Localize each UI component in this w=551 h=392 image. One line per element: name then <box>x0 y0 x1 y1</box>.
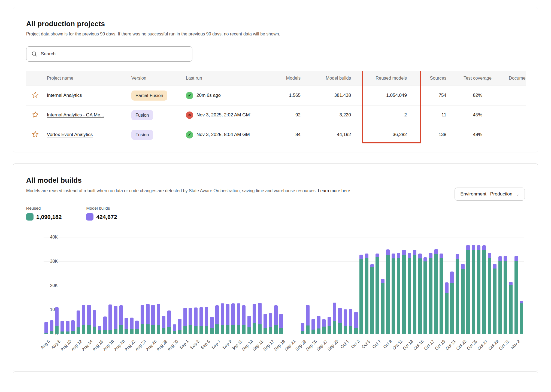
bar-oct-6[interactable] <box>369 237 375 334</box>
bar-oct-14[interactable] <box>412 237 417 334</box>
bar-sep-22[interactable] <box>295 237 300 334</box>
bar-aug-25[interactable] <box>145 237 150 334</box>
favorite-star-icon[interactable] <box>32 111 39 118</box>
bar-sep-30[interactable] <box>337 237 343 334</box>
bar-aug-18[interactable] <box>108 237 113 334</box>
bar-oct-29[interactable] <box>492 237 498 334</box>
bar-oct-7[interactable] <box>375 237 380 334</box>
bar-oct-16[interactable] <box>423 237 428 334</box>
bar-sep-5[interactable] <box>204 237 209 334</box>
bar-oct-3[interactable] <box>353 237 359 334</box>
bar-oct-5[interactable] <box>364 237 370 334</box>
bar-oct-23[interactable] <box>460 237 465 334</box>
bar-sep-19[interactable] <box>278 237 284 334</box>
bar-aug-24[interactable] <box>140 237 145 334</box>
bar-oct-25[interactable] <box>471 237 476 334</box>
bar-aug-22[interactable] <box>129 237 135 334</box>
bar-aug-10[interactable] <box>65 237 70 334</box>
bar-sep-6[interactable] <box>209 237 214 334</box>
bar-sep-15[interactable] <box>257 237 263 334</box>
bar-aug-9[interactable] <box>60 237 65 334</box>
bar-sep-24[interactable] <box>305 237 311 334</box>
bar-oct-12[interactable] <box>401 237 407 334</box>
learn-more-link[interactable]: Learn more here. <box>318 188 352 193</box>
bar-oct-24[interactable] <box>465 237 471 334</box>
bar-sep-4[interactable] <box>198 237 204 334</box>
bar-aug-6[interactable] <box>44 237 49 334</box>
project-name-link[interactable]: Internal Analytics <box>47 93 82 98</box>
bar-sep-3[interactable] <box>193 237 199 334</box>
favorite-star-icon[interactable] <box>32 91 39 99</box>
bar-aug-8[interactable] <box>54 237 60 334</box>
project-name-link[interactable]: Vortex Event Analytics <box>47 132 93 137</box>
bar-sep-10[interactable] <box>231 237 236 334</box>
bar-oct-26[interactable] <box>476 237 482 334</box>
bar-sep-23[interactable] <box>300 237 305 334</box>
bar-sep-13[interactable] <box>247 237 252 334</box>
project-search-box[interactable] <box>26 46 192 62</box>
bar-aug-21[interactable] <box>124 237 129 334</box>
bar-sep-8[interactable] <box>220 237 225 334</box>
bar-sep-21[interactable] <box>289 237 295 334</box>
bar-oct-10[interactable] <box>391 237 396 334</box>
bar-aug-19[interactable] <box>113 237 119 334</box>
bar-aug-30[interactable] <box>172 237 177 334</box>
bar-sep-17[interactable] <box>268 237 273 334</box>
environment-select[interactable]: Environment Production ⌄ <box>455 188 525 201</box>
bar-sep-27[interactable] <box>321 237 327 334</box>
bar-aug-23[interactable] <box>134 237 140 334</box>
bar-oct-9[interactable] <box>385 237 391 334</box>
bar-aug-16[interactable] <box>97 237 102 334</box>
bar-sep-16[interactable] <box>262 237 268 334</box>
bar-sep-2[interactable] <box>188 237 193 334</box>
bar-nov-1[interactable] <box>508 237 514 334</box>
bar-oct-31[interactable] <box>503 237 508 334</box>
bar-aug-17[interactable] <box>102 237 108 334</box>
bar-sep-29[interactable] <box>332 237 337 334</box>
bar-aug-27[interactable] <box>156 237 161 334</box>
project-name-link[interactable]: Internal Analytics - GA Me... <box>47 112 104 117</box>
bar-oct-21[interactable] <box>449 237 455 334</box>
bar-oct-20[interactable] <box>444 237 450 334</box>
bar-oct-1[interactable] <box>343 237 348 334</box>
bar-aug-7[interactable] <box>49 237 55 334</box>
bar-sep-12[interactable] <box>241 237 247 334</box>
bar-oct-2[interactable] <box>348 237 353 334</box>
bar-sep-26[interactable] <box>316 237 321 334</box>
bar-sep-7[interactable] <box>214 237 220 334</box>
bar-aug-26[interactable] <box>150 237 156 334</box>
bar-sep-25[interactable] <box>311 237 316 334</box>
bar-sep-11[interactable] <box>236 237 241 334</box>
bar-aug-29[interactable] <box>166 237 172 334</box>
bar-aug-13[interactable] <box>81 237 86 334</box>
bar-sep-18[interactable] <box>273 237 279 334</box>
bar-aug-15[interactable] <box>92 237 97 334</box>
bar-oct-27[interactable] <box>482 237 487 334</box>
bar-sep-20[interactable] <box>284 237 289 334</box>
bar-oct-8[interactable] <box>380 237 385 334</box>
search-input[interactable] <box>41 51 187 57</box>
bar-oct-15[interactable] <box>417 237 423 334</box>
bar-aug-11[interactable] <box>70 237 76 334</box>
bar-oct-28[interactable] <box>487 237 492 334</box>
bar-aug-20[interactable] <box>118 237 124 334</box>
bar-sep-1[interactable] <box>182 237 188 334</box>
bar-sep-9[interactable] <box>225 237 231 334</box>
bar-nov-2[interactable] <box>513 237 519 334</box>
bar-nov-3[interactable] <box>519 237 524 334</box>
bar-aug-31[interactable] <box>177 237 183 334</box>
bar-oct-4[interactable] <box>359 237 364 334</box>
bar-oct-18[interactable] <box>433 237 439 334</box>
bar-sep-28[interactable] <box>326 237 332 334</box>
bar-oct-30[interactable] <box>497 237 503 334</box>
bar-sep-14[interactable] <box>252 237 257 334</box>
bar-aug-28[interactable] <box>161 237 166 334</box>
bar-aug-12[interactable] <box>76 237 81 334</box>
favorite-star-icon[interactable] <box>32 131 39 138</box>
bar-aug-14[interactable] <box>86 237 92 334</box>
bar-oct-13[interactable] <box>407 237 412 334</box>
bar-oct-22[interactable] <box>455 237 460 334</box>
bar-oct-11[interactable] <box>396 237 401 334</box>
bar-oct-19[interactable] <box>439 237 444 334</box>
bar-oct-17[interactable] <box>428 237 434 334</box>
